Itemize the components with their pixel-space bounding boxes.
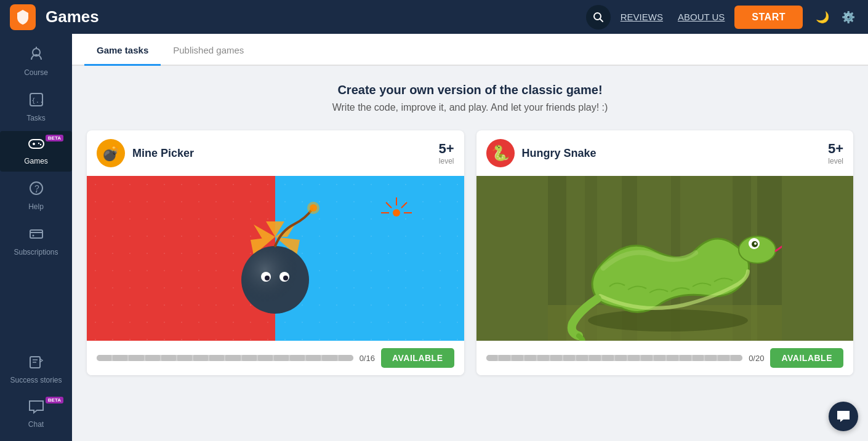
games-icon bbox=[28, 137, 45, 154]
progress-seg bbox=[97, 355, 111, 361]
hungry-snake-level-label: level bbox=[828, 157, 843, 165]
games-grid: 💣 Mine Picker 5+ level bbox=[87, 130, 853, 375]
progress-seg bbox=[705, 355, 717, 361]
tabs-bar: Game tasks Published games bbox=[72, 34, 868, 66]
svg-point-50 bbox=[754, 242, 757, 245]
progress-seg bbox=[209, 355, 224, 361]
tab-published-games[interactable]: Published games bbox=[161, 34, 256, 66]
progress-seg bbox=[145, 355, 160, 361]
progress-seg bbox=[306, 355, 321, 361]
navbar-utility-icons: 🌙 ⚙️ bbox=[813, 7, 858, 27]
progress-seg bbox=[680, 355, 691, 361]
tasks-label: Tasks bbox=[26, 114, 46, 122]
games-content: Create your own version of the classic g… bbox=[72, 66, 868, 392]
mine-picker-image[interactable] bbox=[87, 176, 464, 341]
mine-picker-level-label: level bbox=[438, 157, 454, 165]
svg-rect-14 bbox=[30, 230, 42, 238]
progress-seg bbox=[615, 355, 627, 361]
svg-point-27 bbox=[307, 202, 319, 214]
progress-seg bbox=[524, 355, 536, 361]
mine-picker-available-btn[interactable]: AVAILABLE bbox=[381, 348, 454, 368]
start-button[interactable]: START bbox=[734, 6, 803, 29]
main-layout: Course {...} Tasks BETA bbox=[0, 34, 868, 441]
progress-seg bbox=[654, 355, 665, 361]
chat-label: Chat bbox=[28, 420, 44, 429]
progress-seg bbox=[589, 355, 601, 361]
help-label: Help bbox=[28, 202, 44, 211]
about-link[interactable]: ABOUT US bbox=[678, 12, 725, 22]
hungry-snake-image[interactable] bbox=[476, 176, 854, 341]
hungry-snake-avatar: 🐍 bbox=[486, 139, 515, 167]
progress-seg bbox=[731, 355, 742, 361]
chat-bubble-btn[interactable] bbox=[829, 402, 858, 431]
svg-text:?: ? bbox=[34, 183, 39, 193]
svg-line-1 bbox=[600, 18, 603, 22]
progress-seg bbox=[628, 355, 640, 361]
progress-seg bbox=[602, 355, 614, 361]
mine-picker-name: Mine Picker bbox=[132, 147, 194, 160]
progress-seg bbox=[641, 355, 653, 361]
progress-seg bbox=[576, 355, 588, 361]
settings-button[interactable]: ⚙️ bbox=[838, 7, 858, 27]
hungry-snake-progress-bar bbox=[486, 355, 743, 361]
svg-point-46 bbox=[588, 309, 748, 332]
mine-picker-avatar: 💣 bbox=[97, 139, 125, 167]
tab-game-tasks[interactable]: Game tasks bbox=[84, 34, 161, 66]
progress-seg bbox=[499, 355, 510, 361]
svg-point-9 bbox=[38, 143, 39, 144]
progress-seg bbox=[290, 355, 305, 361]
progress-seg bbox=[225, 355, 240, 361]
navbar: Games REVIEWS ABOUT US START 🌙 ⚙️ bbox=[0, 0, 868, 34]
dark-mode-toggle[interactable]: 🌙 bbox=[813, 7, 832, 27]
subscriptions-label: Subscriptions bbox=[14, 248, 58, 256]
svg-line-35 bbox=[401, 202, 407, 208]
hungry-snake-progress-count: 0/20 bbox=[749, 354, 764, 363]
svg-point-32 bbox=[393, 209, 400, 217]
tasks-icon: {...} bbox=[28, 92, 44, 111]
search-button[interactable] bbox=[586, 5, 611, 30]
svg-point-13 bbox=[36, 191, 37, 193]
progress-seg bbox=[537, 355, 549, 361]
chat-icon bbox=[28, 399, 44, 418]
help-icon: ? bbox=[28, 180, 44, 200]
sidebar-item-subscriptions[interactable]: Subscriptions bbox=[0, 220, 72, 263]
mine-picker-footer: 0/16 AVAILABLE bbox=[87, 341, 464, 375]
progress-seg bbox=[258, 355, 273, 361]
subscriptions-icon bbox=[28, 226, 44, 245]
progress-seg bbox=[322, 355, 337, 361]
success-stories-label: Success stories bbox=[10, 376, 62, 384]
game-card-mine-picker: 💣 Mine Picker 5+ level bbox=[87, 130, 464, 375]
progress-seg bbox=[242, 355, 257, 361]
hungry-snake-name: Hungry Snake bbox=[522, 147, 597, 160]
hungry-snake-available-btn[interactable]: AVAILABLE bbox=[770, 348, 843, 368]
progress-seg bbox=[563, 355, 575, 361]
sidebar: Course {...} Tasks BETA bbox=[0, 34, 72, 441]
sidebar-item-tasks[interactable]: {...} Tasks bbox=[0, 85, 72, 129]
sidebar-item-games[interactable]: BETA Games bbox=[0, 131, 72, 172]
intro-title: Create your own version of the classic g… bbox=[87, 83, 853, 97]
success-stories-icon bbox=[28, 354, 44, 373]
progress-seg bbox=[550, 355, 562, 361]
svg-line-36 bbox=[386, 202, 392, 208]
page-title: Games bbox=[46, 7, 576, 26]
svg-point-25 bbox=[241, 246, 309, 314]
mine-picker-progress-bar bbox=[97, 355, 353, 361]
reviews-link[interactable]: REVIEWS bbox=[621, 12, 663, 22]
svg-point-10 bbox=[39, 144, 41, 145]
games-beta-badge: BETA bbox=[46, 135, 63, 141]
progress-seg bbox=[667, 355, 678, 361]
sidebar-item-success-stories[interactable]: Success stories bbox=[0, 348, 72, 391]
sidebar-item-chat[interactable]: BETA Chat bbox=[0, 393, 72, 435]
hungry-snake-footer: 0/20 AVAILABLE bbox=[476, 341, 854, 375]
mine-picker-info: 💣 Mine Picker bbox=[97, 139, 194, 167]
progress-seg bbox=[718, 355, 729, 361]
sidebar-item-course[interactable]: Course bbox=[0, 40, 72, 83]
progress-seg bbox=[161, 355, 176, 361]
main-content: Game tasks Published games Create your o… bbox=[72, 34, 868, 441]
progress-seg bbox=[339, 355, 353, 361]
hungry-snake-info: 🐍 Hungry Snake bbox=[486, 139, 597, 167]
hungry-snake-level: 5+ level bbox=[828, 141, 843, 165]
logo[interactable] bbox=[10, 4, 36, 30]
mine-picker-level-num: 5+ bbox=[438, 141, 454, 156]
sidebar-item-help[interactable]: ? Help bbox=[0, 174, 72, 217]
